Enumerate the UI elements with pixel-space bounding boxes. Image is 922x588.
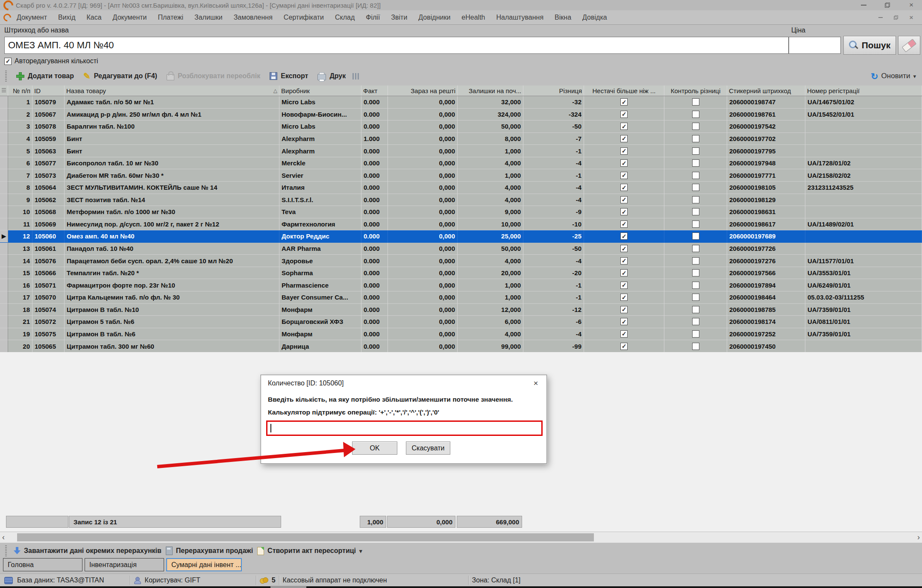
horizontal-scrollbar[interactable]: ‹ › — [0, 532, 922, 543]
table-row[interactable]: 2105067Амикацид р-р д/ин. 250 мг/мл фл. … — [0, 109, 922, 121]
control-checkbox-cell[interactable] — [664, 230, 727, 243]
menu-item-3[interactable]: Документи — [107, 14, 153, 21]
load-recounts-button[interactable]: Завантажити дані окремих перерахунків — [14, 547, 161, 555]
control-checkbox-cell[interactable] — [664, 255, 727, 267]
menu-item-15[interactable]: Довідка — [577, 14, 613, 21]
control-checkbox[interactable] — [692, 245, 699, 252]
close-button[interactable]: × — [907, 1, 916, 9]
column-header-9[interactable]: Нестачі більше ніж ... — [584, 85, 664, 96]
shortage-checkbox-cell[interactable]: ✓ — [584, 109, 664, 121]
shortage-checkbox-cell[interactable]: ✓ — [584, 291, 664, 304]
shortage-checkbox[interactable]: ✓ — [620, 245, 628, 252]
menu-item-10[interactable]: Звіти — [385, 14, 413, 21]
shortage-checkbox-cell[interactable]: ✓ — [584, 145, 664, 157]
column-header-10[interactable]: Контроль різниці — [664, 85, 727, 96]
shortage-checkbox[interactable]: ✓ — [620, 269, 628, 276]
shortage-checkbox[interactable]: ✓ — [620, 147, 628, 155]
menu-item-2[interactable]: Каса — [81, 14, 107, 21]
control-checkbox-cell[interactable] — [664, 340, 727, 353]
shortage-checkbox-cell[interactable]: ✓ — [584, 316, 664, 328]
menu-item-11[interactable]: Довідники — [413, 14, 456, 21]
shortage-checkbox-cell[interactable]: ✓ — [584, 206, 664, 218]
menu-item-8[interactable]: Склад — [329, 14, 360, 21]
control-checkbox[interactable] — [692, 232, 699, 240]
control-checkbox[interactable] — [692, 318, 699, 325]
shortage-checkbox-cell[interactable]: ✓ — [584, 279, 664, 291]
search-input[interactable]: ОМЕЗ АМП. 40 МЛ №40 — [4, 37, 789, 54]
column-header-6[interactable]: Зараз на решті — [388, 85, 458, 96]
shortage-checkbox-cell[interactable]: ✓ — [584, 169, 664, 182]
control-checkbox-cell[interactable] — [664, 157, 727, 170]
shortage-checkbox-cell[interactable]: ✓ — [584, 340, 664, 353]
control-checkbox-cell[interactable] — [664, 133, 727, 145]
table-row[interactable]: 13105061Панадол таб. 10 №40AAR Pharma0.0… — [0, 243, 922, 255]
recalc-sales-button[interactable]: Перерахувати продажі — [166, 547, 253, 555]
tab-1[interactable]: Інвентаризація — [85, 558, 164, 571]
control-checkbox-cell[interactable] — [664, 194, 727, 206]
control-checkbox[interactable] — [692, 208, 699, 215]
tab-0[interactable]: Головна — [3, 558, 82, 571]
shortage-checkbox[interactable]: ✓ — [620, 330, 628, 338]
control-checkbox-cell[interactable] — [664, 304, 727, 316]
shortage-checkbox-cell[interactable]: ✓ — [584, 194, 664, 206]
clear-search-button[interactable] — [898, 36, 920, 55]
table-row[interactable]: 3105078Баралгин табл. №100Micro Labs0.00… — [0, 121, 922, 133]
control-checkbox-cell[interactable] — [664, 169, 727, 182]
menu-item-1[interactable]: Вихід — [53, 14, 81, 21]
shortage-checkbox[interactable]: ✓ — [620, 111, 628, 118]
control-checkbox[interactable] — [692, 330, 699, 338]
scrollbar-thumb[interactable] — [17, 533, 594, 541]
control-checkbox-cell[interactable] — [664, 279, 727, 291]
control-checkbox-cell[interactable] — [664, 267, 727, 279]
minimize-button[interactable] — [859, 1, 868, 9]
shortage-checkbox[interactable]: ✓ — [620, 196, 628, 203]
shortage-checkbox-cell[interactable]: ✓ — [584, 255, 664, 267]
menu-item-0[interactable]: Документ — [11, 14, 53, 21]
shortage-checkbox[interactable]: ✓ — [620, 282, 628, 289]
column-header-7[interactable]: Залишки на поч... — [458, 85, 523, 96]
price-input[interactable] — [789, 37, 841, 54]
shortage-checkbox[interactable]: ✓ — [620, 232, 628, 240]
autofix-checkbox[interactable]: ✓ — [4, 58, 12, 65]
control-checkbox[interactable] — [692, 269, 699, 276]
control-checkbox[interactable] — [692, 220, 699, 228]
table-row[interactable]: 11105069Нимесулид пор. д/сусп. 100 мг/2 … — [0, 218, 922, 231]
menu-item-6[interactable]: Замовлення — [228, 14, 278, 21]
shortage-checkbox[interactable]: ✓ — [620, 318, 628, 325]
control-checkbox[interactable] — [692, 172, 699, 179]
control-checkbox-cell[interactable] — [664, 182, 727, 194]
table-row[interactable]: 16105071Фармацитрон форте пор. 23г №10Ph… — [0, 279, 922, 291]
control-checkbox-cell[interactable] — [664, 96, 727, 109]
print-button[interactable]: Друк — [315, 71, 348, 82]
shortage-checkbox-cell[interactable]: ✓ — [584, 121, 664, 133]
menu-item-9[interactable]: Філії — [360, 14, 385, 21]
table-row[interactable]: 5105063БинтAlexpharm0.0000,0001,000-1✓20… — [0, 145, 922, 157]
columns-icon[interactable] — [352, 73, 360, 79]
control-checkbox-cell[interactable] — [664, 291, 727, 304]
shortage-checkbox-cell[interactable]: ✓ — [584, 267, 664, 279]
menu-item-5[interactable]: Залишки — [189, 14, 228, 21]
control-checkbox-cell[interactable] — [664, 218, 727, 231]
column-header-8[interactable]: Різниця — [523, 85, 584, 96]
control-checkbox[interactable] — [692, 123, 699, 130]
control-checkbox[interactable] — [692, 196, 699, 203]
shortage-checkbox[interactable]: ✓ — [620, 257, 628, 265]
table-row[interactable]: 18105074Цитрамон В табл. №10Монфарм0.000… — [0, 304, 922, 316]
shortage-checkbox-cell[interactable]: ✓ — [584, 230, 664, 243]
control-checkbox-cell[interactable] — [664, 121, 727, 133]
table-row[interactable]: 20105065Цитрамон табл. 300 мг №60Дарница… — [0, 340, 922, 353]
shortage-checkbox[interactable]: ✓ — [620, 159, 628, 167]
search-button[interactable]: Пошук — [843, 36, 896, 55]
shortage-checkbox-cell[interactable]: ✓ — [584, 218, 664, 231]
mdi-close-button[interactable]: × — [905, 13, 918, 22]
table-row[interactable]: 6105077Бисопролол табл. 10 мг №30Merckle… — [0, 157, 922, 170]
control-checkbox[interactable] — [692, 98, 699, 106]
control-checkbox[interactable] — [692, 135, 699, 142]
table-row[interactable]: 8105064ЗЕСТ МУЛЬТИВИТАМИН. КОКТЕЙЛЬ саше… — [0, 182, 922, 194]
column-header-0[interactable] — [0, 85, 8, 96]
refresh-button[interactable]: ↻ Оновити ▾ — [871, 68, 916, 85]
control-checkbox[interactable] — [692, 184, 699, 191]
menu-item-7[interactable]: Сертифікати — [278, 14, 329, 21]
shortage-checkbox[interactable]: ✓ — [620, 172, 628, 179]
control-checkbox-cell[interactable] — [664, 243, 727, 255]
